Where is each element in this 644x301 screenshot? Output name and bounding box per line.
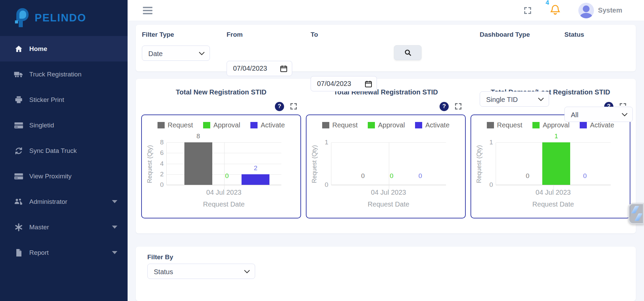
to-date-input[interactable] — [311, 76, 377, 91]
bar-value-label: 0 — [225, 172, 229, 180]
y-tick: 4 — [160, 160, 164, 167]
x-axis-label: Request Date — [166, 200, 281, 208]
plot-area: 010 — [496, 143, 611, 185]
chart-legend: RequestApprovalActivate — [310, 121, 462, 129]
from-label: From — [227, 31, 243, 38]
extension-widget[interactable] — [628, 203, 644, 224]
legend-swatch — [322, 122, 329, 128]
sidebar-item-view-proximity[interactable]: View Proximity — [0, 163, 128, 189]
y-axis-label: Request (Qty) — [146, 145, 153, 183]
sidebar-item-label: Sync Data Truck — [29, 147, 117, 155]
sidebar-item-singletid[interactable]: Singletid — [0, 112, 128, 138]
y-tick: 0 — [160, 181, 164, 189]
to-label: To — [311, 31, 318, 38]
legend-item-approval[interactable]: Approval — [203, 121, 240, 129]
y-tick: 1 — [489, 139, 493, 146]
sidebar-item-sticker-print[interactable]: Sticker Print — [0, 87, 128, 112]
legend-swatch — [158, 122, 165, 128]
user-name: System — [598, 6, 622, 14]
y-tick: 2 — [160, 171, 164, 178]
sidebar-item-master[interactable]: Master — [0, 214, 128, 240]
legend-label: Approval — [378, 121, 405, 129]
sidebar-item-label: Singletid — [29, 122, 117, 129]
status-label: Status — [564, 31, 584, 38]
file-icon — [14, 248, 24, 257]
search-icon — [404, 49, 412, 56]
brand-name: PELINDO — [35, 12, 86, 24]
chart-legend: RequestApprovalActivate — [145, 121, 297, 129]
asterisk-icon — [14, 223, 24, 232]
sidebar-item-label: View Proximity — [29, 173, 117, 180]
notification-badge: 4 — [546, 0, 549, 6]
filter-card: Filter Type Date From To — [136, 25, 636, 71]
bar-value-label: 1 — [555, 132, 558, 140]
sidebar-item-label: Report — [29, 249, 112, 256]
bar-request[interactable] — [184, 142, 212, 185]
bar-value-label: 0 — [418, 172, 422, 180]
from-date-input[interactable] — [227, 61, 292, 76]
filter-by-card: Filter By Status — [136, 247, 636, 301]
filter-type-label: Filter Type — [142, 31, 174, 38]
status-select[interactable]: All — [565, 107, 632, 122]
x-tick-label: 04 Jul 2023 — [496, 189, 611, 196]
chart-panel-1: Total Renewal Registration STID?RequestA… — [306, 88, 466, 233]
x-tick-label: 04 Jul 2023 — [166, 189, 281, 196]
legend-label: Approval — [213, 121, 240, 129]
dashboard-type-select[interactable]: Single TID — [480, 92, 549, 107]
bar-activate[interactable] — [242, 174, 269, 185]
chevron-down-icon — [112, 226, 117, 229]
chart-canvas: RequestApprovalActivateRequest (Qty)8642… — [141, 114, 301, 218]
expand-icon[interactable] — [290, 102, 298, 110]
menu-icon[interactable] — [143, 7, 152, 14]
sync-icon — [14, 146, 24, 155]
fullscreen-icon[interactable] — [523, 6, 532, 15]
question-circle-icon[interactable]: ? — [440, 102, 449, 111]
sidebar-item-label: Sticker Print — [29, 96, 117, 104]
legend-item-activate[interactable]: Activate — [580, 121, 614, 129]
chevron-down-icon — [112, 200, 117, 203]
sidebar-item-sync-data-truck[interactable]: Sync Data Truck — [0, 138, 128, 163]
main-area: 4 System Filter Type Date From — [128, 0, 644, 301]
sidebar-item-truck-registration[interactable]: Truck Registration — [0, 61, 128, 87]
bar-value-label: 2 — [254, 164, 258, 172]
legend-item-approval[interactable]: Approval — [368, 121, 405, 129]
legend-item-activate[interactable]: Activate — [415, 121, 449, 129]
filter-by-label: Filter By — [147, 253, 173, 261]
filter-type-select[interactable]: Date — [142, 46, 210, 61]
search-button[interactable] — [394, 45, 422, 60]
card-icon — [14, 121, 24, 130]
plot-area: 802 — [166, 143, 281, 185]
question-circle-icon[interactable]: ? — [275, 102, 284, 111]
legend-item-request[interactable]: Request — [322, 121, 358, 129]
brand-logo: PELINDO — [0, 0, 128, 36]
legend-item-request[interactable]: Request — [158, 121, 193, 129]
card-icon — [14, 172, 24, 181]
bar-approval[interactable] — [542, 142, 570, 185]
sidebar-item-label: Truck Registration — [29, 71, 117, 78]
y-tick: 1 — [325, 139, 328, 146]
expand-icon[interactable] — [454, 102, 462, 110]
sidebar-item-report[interactable]: Report — [0, 240, 128, 265]
legend-swatch — [203, 122, 210, 128]
sidebar-item-label: Administrator — [29, 198, 112, 206]
plot-area: 000 — [331, 143, 446, 185]
sidebar-item-home[interactable]: Home — [0, 36, 128, 61]
chart-legend: RequestApprovalActivate — [475, 121, 626, 129]
sidebar-nav: HomeTruck RegistrationSticker PrintSingl… — [0, 36, 128, 265]
legend-item-approval[interactable]: Approval — [532, 121, 569, 129]
bar-value-label: 0 — [361, 172, 365, 180]
content: Filter Type Date From To — [128, 21, 644, 301]
legend-item-activate[interactable]: Activate — [250, 121, 285, 129]
y-tick: 8 — [160, 139, 164, 146]
avatar[interactable] — [578, 3, 594, 18]
legend-item-request[interactable]: Request — [487, 121, 523, 129]
x-tick-label: 04 Jul 2023 — [331, 189, 446, 196]
notifications-button[interactable]: 4 — [550, 4, 561, 17]
legend-swatch — [580, 122, 587, 128]
legend-swatch — [532, 122, 540, 128]
legend-label: Approval — [543, 121, 569, 129]
filter-by-select[interactable]: Status — [148, 264, 255, 279]
legend-label: Request — [168, 121, 193, 129]
sidebar-item-administrator[interactable]: Administrator — [0, 189, 128, 214]
y-axis-label: Request (Qty) — [476, 145, 483, 183]
